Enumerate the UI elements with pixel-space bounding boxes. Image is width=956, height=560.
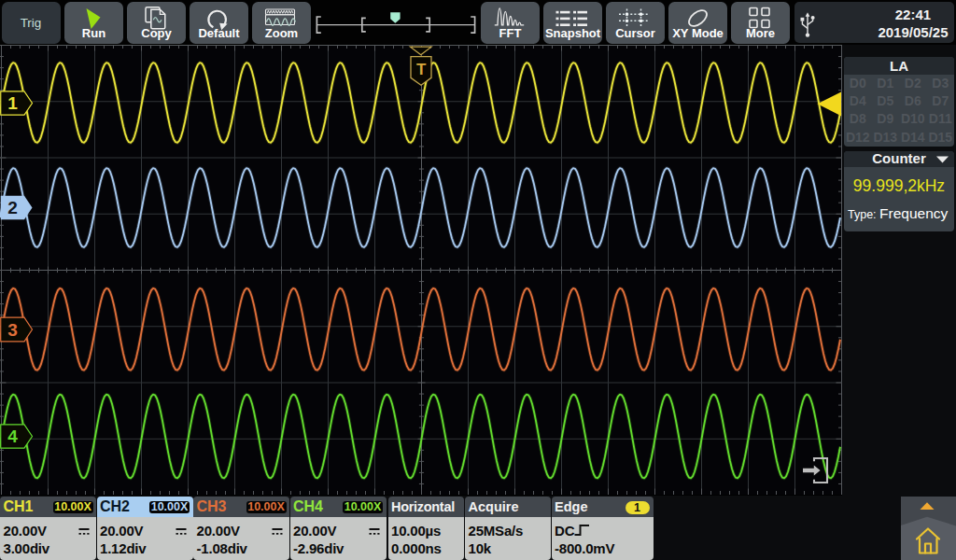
svg-text:1: 1 (7, 93, 18, 113)
svg-text:3: 3 (7, 320, 18, 340)
svg-text:4: 4 (7, 427, 18, 446)
svg-text:2: 2 (7, 198, 18, 217)
svg-text:T: T (416, 61, 427, 78)
